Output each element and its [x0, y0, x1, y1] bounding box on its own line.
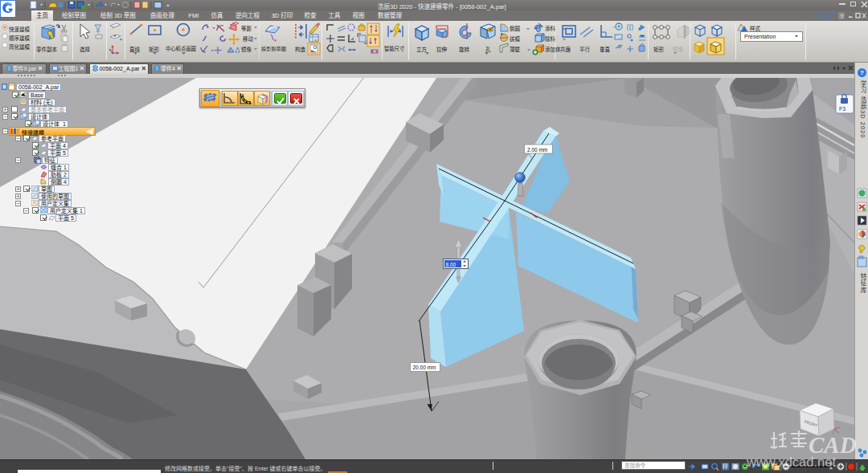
- svg-text:?: ?: [840, 13, 844, 20]
- svg-text:20.00 mm: 20.00 mm: [413, 365, 436, 370]
- svg-text:8.00: 8.00: [446, 262, 457, 267]
- svg-text:2.00 mm: 2.00 mm: [527, 147, 547, 153]
- svg-text:F3: F3: [839, 106, 845, 112]
